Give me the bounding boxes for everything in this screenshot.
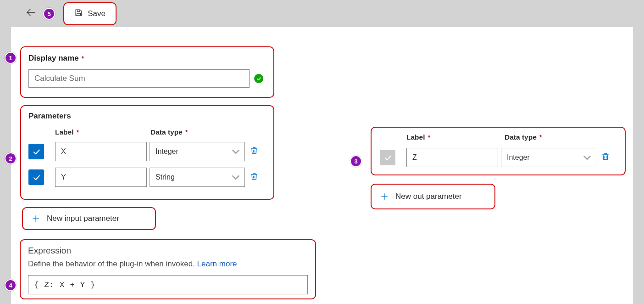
delete-param-button[interactable] bbox=[250, 146, 261, 157]
param-type-select[interactable]: String bbox=[150, 168, 245, 187]
display-name-label: Display name* bbox=[28, 54, 266, 63]
chevron-down-icon bbox=[231, 172, 241, 182]
param-type-select[interactable]: Integer bbox=[150, 142, 245, 161]
expression-input[interactable]: { Z: X + Y } bbox=[28, 275, 308, 294]
out-param-checked-icon[interactable] bbox=[380, 150, 395, 165]
plus-icon bbox=[380, 192, 389, 201]
delete-param-button[interactable] bbox=[250, 172, 261, 183]
param-row: String bbox=[28, 168, 267, 187]
save-button[interactable]: Save bbox=[63, 2, 117, 25]
save-icon bbox=[74, 8, 83, 19]
out-param-row: Integer bbox=[380, 148, 618, 167]
parameters-title: Parameters bbox=[28, 112, 267, 121]
valid-check-icon bbox=[254, 74, 263, 83]
delete-out-param-button[interactable] bbox=[601, 152, 612, 163]
expression-section: Expression Define the behavior of the pl… bbox=[20, 239, 316, 299]
param-checked-icon[interactable] bbox=[28, 144, 44, 159]
chevron-down-icon bbox=[231, 146, 241, 157]
input-parameters-section: Parameters Label* Data type* Integer Str… bbox=[20, 105, 274, 200]
callout-3: 3 bbox=[350, 155, 362, 167]
plus-icon bbox=[31, 214, 40, 223]
expression-title: Expression bbox=[28, 246, 308, 256]
col-header-type: Data type* bbox=[150, 128, 267, 136]
callout-4: 4 bbox=[5, 279, 17, 291]
out-col-header-label: Label* bbox=[406, 133, 505, 141]
new-out-parameter-button[interactable]: New out parameter bbox=[371, 184, 495, 209]
param-label-input[interactable] bbox=[55, 142, 147, 161]
new-out-parameter-label: New out parameter bbox=[395, 192, 462, 201]
col-header-label: Label* bbox=[55, 128, 150, 136]
display-name-input[interactable] bbox=[28, 69, 250, 88]
param-label-input[interactable] bbox=[55, 168, 147, 187]
expression-desc: Define the behavior of the plug-in when … bbox=[28, 259, 308, 269]
new-input-parameter-button[interactable]: New input parameter bbox=[22, 207, 156, 230]
callout-2: 2 bbox=[5, 152, 17, 164]
out-param-type-select[interactable]: Integer bbox=[501, 148, 596, 167]
callout-5: 5 bbox=[43, 8, 55, 20]
chevron-down-icon bbox=[582, 152, 592, 163]
learn-more-link[interactable]: Learn more bbox=[197, 259, 237, 268]
new-input-parameter-label: New input parameter bbox=[47, 214, 119, 223]
callout-1: 1 bbox=[5, 52, 17, 64]
out-parameters-section: Label* Data type* Integer bbox=[371, 127, 626, 175]
param-row: Integer bbox=[28, 142, 267, 161]
back-button[interactable] bbox=[25, 7, 36, 21]
out-col-header-type: Data type* bbox=[505, 133, 618, 141]
out-param-label-input[interactable] bbox=[406, 148, 498, 167]
save-label: Save bbox=[88, 9, 105, 18]
display-name-section: Display name* bbox=[20, 46, 274, 98]
param-checked-icon[interactable] bbox=[28, 169, 44, 185]
